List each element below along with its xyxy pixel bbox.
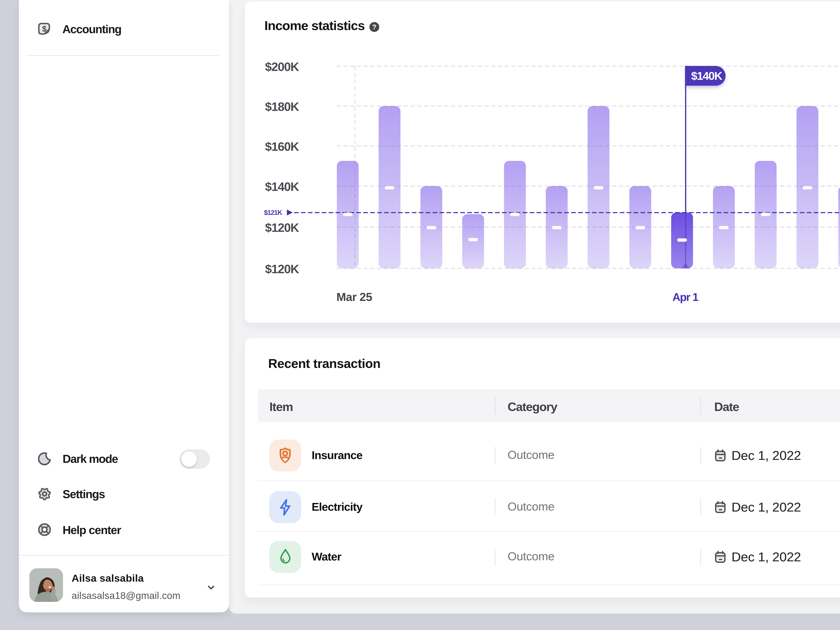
svg-text:$: $: [42, 25, 46, 33]
